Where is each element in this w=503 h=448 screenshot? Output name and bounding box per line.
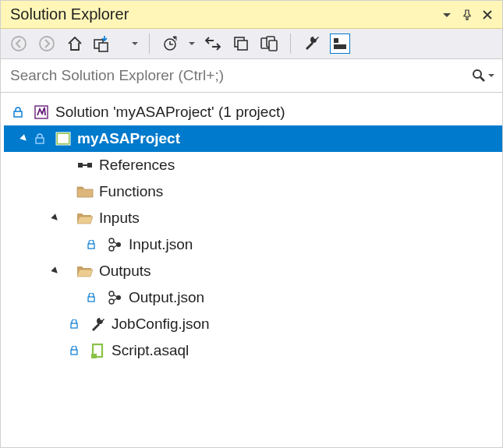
solution-tree: Solution 'myASAProject' (1 project) myAS… xyxy=(1,93,502,370)
back-button[interactable] xyxy=(9,34,29,54)
folder-icon xyxy=(76,182,94,201)
svg-rect-19 xyxy=(87,163,92,168)
functions-label: Functions xyxy=(99,183,163,200)
references-icon xyxy=(76,156,94,175)
toolbar xyxy=(1,29,502,59)
svg-rect-32 xyxy=(91,354,97,358)
lock-icon xyxy=(65,315,83,333)
svg-point-28 xyxy=(116,295,121,300)
svg-rect-9 xyxy=(269,41,277,51)
lock-icon xyxy=(30,129,49,148)
preview-button[interactable] xyxy=(330,34,350,54)
folder-open-icon xyxy=(76,262,94,280)
expander-icon[interactable] xyxy=(49,212,62,224)
lock-icon xyxy=(82,235,101,254)
references-node[interactable]: References xyxy=(4,152,502,178)
script-label: Script.asaql xyxy=(112,342,189,359)
svg-rect-17 xyxy=(58,134,69,143)
svg-rect-29 xyxy=(71,323,77,328)
pending-changes-button[interactable] xyxy=(161,34,181,54)
script-node[interactable]: Script.asaql xyxy=(4,337,502,364)
svg-rect-13 xyxy=(14,111,22,117)
jobconfig-node[interactable]: JobConfig.json xyxy=(4,311,502,337)
svg-point-1 xyxy=(40,37,54,51)
search-bar xyxy=(1,59,502,93)
svg-rect-18 xyxy=(78,163,83,168)
sync-views-button[interactable] xyxy=(93,34,113,54)
solution-node[interactable]: Solution 'myASAProject' (1 project) xyxy=(4,99,502,125)
close-button[interactable] xyxy=(479,6,496,23)
svg-point-23 xyxy=(109,246,114,251)
svg-rect-30 xyxy=(71,350,77,355)
folder-open-icon xyxy=(76,209,94,228)
lock-icon xyxy=(82,288,101,307)
titlebar: Solution Explorer xyxy=(1,1,502,29)
search-input[interactable] xyxy=(10,61,471,90)
svg-point-27 xyxy=(109,299,114,304)
dropdown-icon[interactable] xyxy=(189,41,195,47)
separator xyxy=(149,34,150,54)
outputjson-label: Output.json xyxy=(129,289,204,306)
solution-icon xyxy=(32,103,51,122)
svg-rect-15 xyxy=(36,138,44,143)
svg-rect-6 xyxy=(238,41,247,50)
svg-point-24 xyxy=(116,242,121,247)
svg-rect-21 xyxy=(88,244,94,249)
inputjson-label: Input.json xyxy=(129,236,193,253)
svg-point-12 xyxy=(473,70,481,78)
show-all-files-button[interactable] xyxy=(259,34,279,54)
json-file-icon xyxy=(105,288,124,307)
lock-icon xyxy=(9,103,27,122)
forward-button[interactable] xyxy=(37,34,57,54)
expander-icon[interactable] xyxy=(49,265,62,277)
svg-point-26 xyxy=(109,291,114,296)
references-label: References xyxy=(99,157,175,174)
outputjson-node[interactable]: Output.json xyxy=(4,284,502,311)
separator xyxy=(290,34,291,54)
properties-button[interactable] xyxy=(302,34,322,54)
svg-rect-25 xyxy=(88,297,94,302)
config-file-icon xyxy=(88,315,107,333)
lock-icon xyxy=(65,341,83,360)
script-file-icon xyxy=(88,341,107,360)
pin-button[interactable] xyxy=(459,6,476,23)
outputs-label: Outputs xyxy=(99,263,151,280)
solution-label: Solution 'myASAProject' (1 project) xyxy=(55,104,285,121)
inputjson-node[interactable]: Input.json xyxy=(4,231,502,258)
svg-point-0 xyxy=(12,37,26,51)
window-menu-button[interactable] xyxy=(438,6,455,23)
svg-rect-11 xyxy=(334,38,338,43)
inputs-node[interactable]: Inputs xyxy=(4,205,502,231)
expander-icon[interactable] xyxy=(18,132,30,145)
home-button[interactable] xyxy=(65,34,85,54)
json-file-icon xyxy=(105,235,124,254)
collapse-all-button[interactable] xyxy=(231,34,251,54)
svg-rect-20 xyxy=(83,164,87,166)
dropdown-icon[interactable] xyxy=(132,41,138,47)
project-icon xyxy=(54,129,73,148)
project-node[interactable]: myASAProject xyxy=(4,125,502,152)
search-button[interactable] xyxy=(471,68,494,83)
outputs-node[interactable]: Outputs xyxy=(4,258,502,284)
panel-title: Solution Explorer xyxy=(10,5,435,23)
refresh-button[interactable] xyxy=(203,34,223,54)
functions-node[interactable]: Functions xyxy=(4,178,502,205)
jobconfig-label: JobConfig.json xyxy=(112,316,210,333)
project-label: myASAProject xyxy=(77,130,180,147)
svg-point-22 xyxy=(109,238,114,243)
svg-rect-3 xyxy=(99,43,108,51)
svg-rect-10 xyxy=(334,44,346,49)
inputs-label: Inputs xyxy=(99,210,140,227)
